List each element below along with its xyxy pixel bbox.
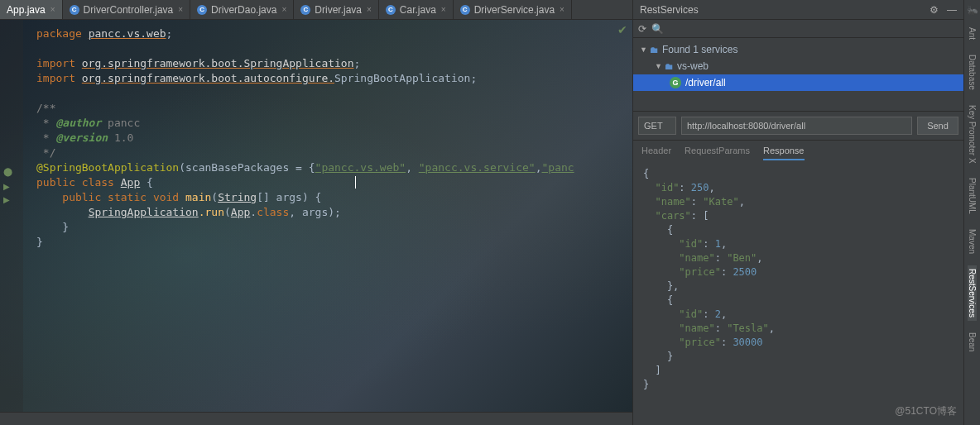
status-bar (0, 412, 632, 425)
tab-label: DriverDao.java (211, 4, 276, 16)
url-input[interactable]: http://localhost:8080/driver/all (681, 117, 912, 135)
java-class-icon: C (386, 5, 396, 15)
run-gutter-icon[interactable]: ▶ (3, 182, 10, 191)
close-icon[interactable]: × (560, 5, 564, 14)
rail-maven[interactable]: Maven (968, 226, 977, 257)
rest-toolbar: ⟳ 🔍 (633, 20, 963, 38)
run-gutter-icon[interactable]: ▶ (3, 195, 10, 204)
close-icon[interactable]: × (367, 5, 372, 14)
tab-driverservice[interactable]: C DriverService.java × (454, 0, 572, 19)
tab-drivercontroller[interactable]: C DriverController.java × (63, 0, 191, 19)
http-method-select[interactable]: GET (638, 117, 676, 135)
java-class-icon: C (197, 5, 207, 15)
tab-label: DriverService.java (474, 4, 555, 16)
tree-label: Found 1 services (662, 44, 737, 55)
tab-app[interactable]: App.java × (0, 0, 63, 19)
panel-title: RestServices (640, 4, 699, 16)
java-class-icon: C (460, 5, 470, 15)
chevron-down-icon: ▼ (655, 62, 663, 70)
tab-label: Car.java (400, 4, 436, 16)
search-icon[interactable]: 🔍 (651, 23, 664, 35)
gear-icon[interactable]: ⚙ (930, 4, 939, 16)
code-editor[interactable]: ✔ ⬤ ▶ ▶ package pancc.vs.web; import org… (0, 20, 632, 412)
source-code: package pancc.vs.web; import org.springf… (36, 26, 574, 250)
rail-plantuml[interactable]: PlantUML (968, 174, 977, 217)
tab-response[interactable]: Response (763, 146, 805, 160)
rail-restservices[interactable]: RestServices (968, 265, 977, 321)
run-gutter-icon[interactable]: ⬤ (3, 167, 12, 176)
response-tabs: Header RequestParams Response (633, 141, 963, 160)
rail-bean[interactable]: Bean (968, 329, 977, 355)
inspection-ok-icon: ✔ (617, 23, 627, 36)
folder-icon: 🖿 (665, 61, 674, 71)
rail-keypromoter[interactable]: Key Promoter X (968, 102, 977, 167)
request-bar: GET http://localhost:8080/driver/all Sen… (633, 111, 963, 141)
java-class-icon: C (300, 5, 310, 15)
rail-database[interactable]: Database (968, 51, 977, 93)
tab-driver[interactable]: C Driver.java × (294, 0, 379, 19)
close-icon[interactable]: × (281, 5, 286, 14)
close-icon[interactable]: × (50, 5, 55, 14)
rest-header: RestServices ⚙ — (633, 0, 963, 20)
right-tool-rail: 🐜 Ant Database Key Promoter X PlantUML M… (963, 0, 980, 425)
tree-root[interactable]: ▼ 🖿 Found 1 services (633, 41, 963, 58)
ant-icon[interactable]: 🐜 (967, 5, 978, 16)
rest-services-panel: RestServices ⚙ — ⟳ 🔍 ▼ 🖿 Found 1 service… (632, 0, 963, 425)
editor-pane: App.java × C DriverController.java × C D… (0, 0, 632, 425)
tree-endpoint[interactable]: G /driver/all (633, 74, 963, 91)
tab-label: DriverController.java (84, 4, 174, 16)
tree-label: vs-web (677, 60, 709, 72)
response-body[interactable]: { "id": 250, "name": "Kate", "cars": [ {… (633, 160, 963, 425)
tab-label: App.java (7, 4, 46, 16)
tab-label: Driver.java (315, 4, 362, 16)
java-class-icon: C (70, 5, 79, 15)
rail-ant[interactable]: Ant (968, 24, 977, 43)
minimize-icon[interactable]: — (947, 4, 957, 16)
tree-project[interactable]: ▼ 🖿 vs-web (633, 58, 963, 74)
editor-tab-bar: App.java × C DriverController.java × C D… (0, 0, 632, 20)
tab-header[interactable]: Header (641, 146, 671, 160)
send-button[interactable]: Send (917, 117, 958, 135)
watermark: @51CTO博客 (895, 404, 957, 418)
tab-driverdao[interactable]: C DriverDao.java × (190, 0, 294, 19)
tab-car[interactable]: C Car.java × (379, 0, 454, 19)
get-method-icon: G (670, 77, 681, 88)
services-tree: ▼ 🖿 Found 1 services ▼ 🖿 vs-web G /drive… (633, 38, 963, 94)
gutter: ⬤ ▶ ▶ (0, 20, 23, 412)
refresh-icon[interactable]: ⟳ (638, 23, 646, 35)
close-icon[interactable]: × (441, 5, 446, 14)
tab-request-params[interactable]: RequestParams (685, 146, 750, 160)
close-icon[interactable]: × (178, 5, 183, 14)
folder-icon: 🖿 (650, 45, 659, 55)
tree-label: /driver/all (685, 77, 726, 88)
chevron-down-icon: ▼ (640, 45, 648, 54)
